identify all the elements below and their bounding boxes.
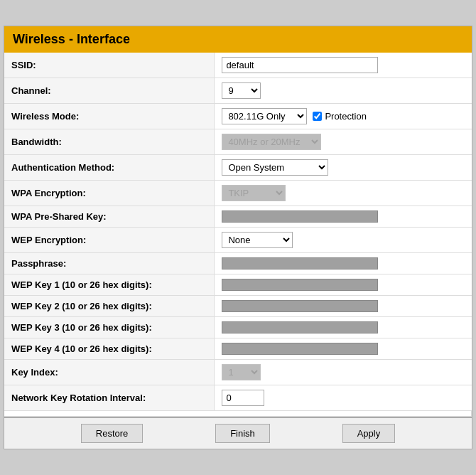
ssid-label: SSID: xyxy=(4,53,215,78)
wireless-mode-label: Wireless Mode: xyxy=(4,104,215,129)
passphrase-label: Passphrase: xyxy=(4,253,215,274)
network-key-rotation-input[interactable] xyxy=(222,390,264,406)
bandwidth-select[interactable]: 40MHz or 20MHz xyxy=(222,134,321,150)
wep-key2-label: WEP Key 2 (10 or 26 hex digits): xyxy=(4,296,215,317)
protection-label: Protection xyxy=(325,111,367,122)
restore-button[interactable]: Restore xyxy=(81,424,144,443)
wep-key3-label: WEP Key 3 (10 or 26 hex digits): xyxy=(4,317,215,338)
passphrase-input[interactable] xyxy=(222,257,378,269)
channel-label: Channel: xyxy=(4,78,215,104)
wep-encryption-label: WEP Encryption: xyxy=(4,228,215,253)
channel-select[interactable]: 9 123 456 781011 xyxy=(222,82,261,99)
bandwidth-label: Bandwidth: xyxy=(4,129,215,155)
apply-button[interactable]: Apply xyxy=(342,424,396,443)
footer-buttons: Restore Finish Apply xyxy=(11,424,465,443)
ssid-input[interactable] xyxy=(222,57,378,73)
protection-checkbox[interactable] xyxy=(313,112,322,121)
auth-method-label: Authentication Method: xyxy=(4,155,215,181)
wep-encryption-select[interactable]: None 64-bit 128-bit xyxy=(222,232,293,248)
network-key-rotation-label: Network Key Rotation Interval: xyxy=(4,385,215,411)
wep-key1-label: WEP Key 1 (10 or 26 hex digits): xyxy=(4,274,215,296)
separator xyxy=(4,411,472,417)
page-title: Wireless - Interface xyxy=(4,26,472,53)
key-index-label: Key Index: xyxy=(4,360,215,385)
wpa-preshared-label: WPA Pre-Shared Key: xyxy=(4,206,215,228)
key-index-select[interactable]: 1 2 3 4 xyxy=(222,364,261,380)
wep-key4-input[interactable] xyxy=(222,343,378,355)
finish-button[interactable]: Finish xyxy=(215,424,270,443)
auth-method-select[interactable]: Open System Shared Key WPA-PSK WPA2-PSK xyxy=(222,159,328,176)
wep-key3-input[interactable] xyxy=(222,321,378,333)
wireless-mode-select[interactable]: 802.11G Only 802.11B Only 802.11B/G Mixe… xyxy=(222,108,307,124)
wpa-encryption-label: WPA Encryption: xyxy=(4,181,215,206)
wep-key4-label: WEP Key 4 (10 or 26 hex digits): xyxy=(4,338,215,360)
wep-key2-input[interactable] xyxy=(222,300,378,312)
wpa-preshared-input[interactable] xyxy=(222,210,378,223)
wpa-encryption-select[interactable]: TKIP AES TKIP+AES xyxy=(222,185,286,201)
wep-key1-input[interactable] xyxy=(222,279,378,291)
